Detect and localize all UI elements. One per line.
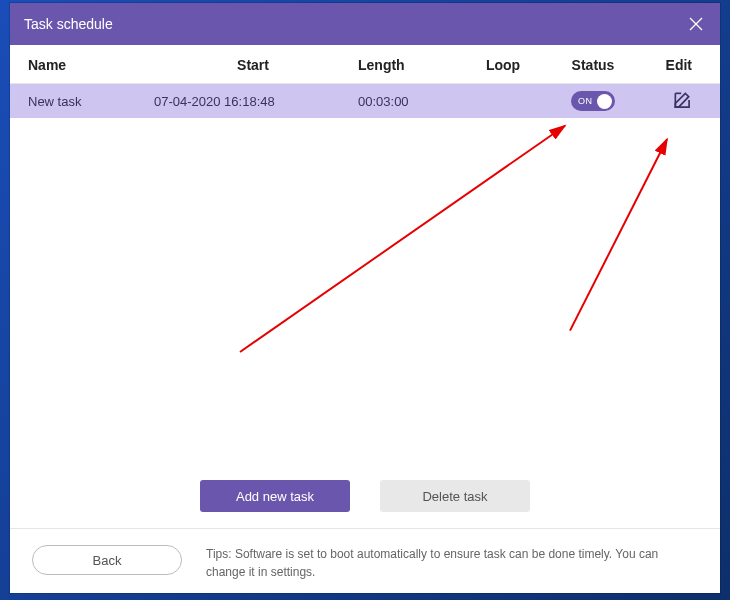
table-header: Name Start Length Loop Status Edit	[10, 45, 720, 84]
col-header-status: Status	[548, 57, 638, 73]
footer: Back Tips: Software is set to boot autom…	[10, 528, 720, 593]
toggle-on-label: ON	[578, 96, 593, 106]
close-icon[interactable]	[686, 14, 706, 34]
back-button[interactable]: Back	[32, 545, 182, 575]
svg-line-2	[240, 126, 565, 352]
edit-icon[interactable]	[672, 90, 692, 113]
table-body	[10, 118, 720, 466]
action-row: Add new task Delete task	[10, 466, 720, 528]
task-length: 00:03:00	[358, 94, 458, 109]
col-header-loop: Loop	[458, 57, 548, 73]
tips-text: Tips: Software is set to boot automatica…	[206, 545, 698, 581]
status-toggle[interactable]: ON	[571, 91, 615, 111]
titlebar: Task schedule	[10, 3, 720, 45]
annotation-arrows	[10, 118, 720, 466]
table-row[interactable]: New task 07-04-2020 16:18:48 00:03:00 ON	[10, 84, 720, 118]
task-edit-cell	[638, 90, 698, 113]
toggle-knob	[597, 94, 612, 109]
add-new-task-button[interactable]: Add new task	[200, 480, 350, 512]
task-schedule-window: Task schedule Name Start Length Loop Sta…	[10, 3, 720, 593]
svg-line-3	[570, 139, 667, 330]
task-name: New task	[28, 94, 148, 109]
window-title: Task schedule	[24, 16, 113, 32]
col-header-length: Length	[358, 57, 458, 73]
task-status-cell: ON	[548, 91, 638, 111]
col-header-name: Name	[28, 57, 148, 73]
col-header-start: Start	[148, 57, 358, 73]
task-start: 07-04-2020 16:18:48	[148, 94, 358, 109]
col-header-edit: Edit	[638, 57, 698, 73]
delete-task-button[interactable]: Delete task	[380, 480, 530, 512]
